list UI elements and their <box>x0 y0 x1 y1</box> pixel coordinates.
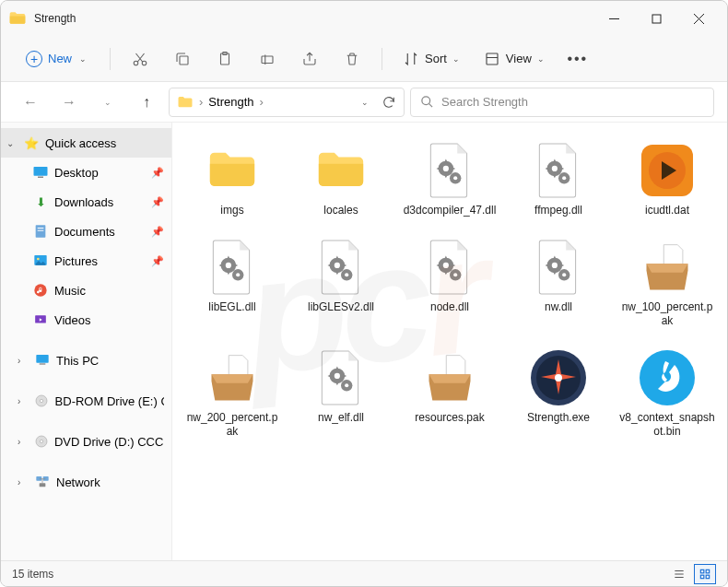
file-item[interactable]: Strength.exe <box>508 343 609 444</box>
pin-icon: 📌 <box>151 255 164 267</box>
dll-icon <box>418 238 481 297</box>
search-placeholder: Search Strength <box>441 95 528 109</box>
sidebar-item-label: This PC <box>56 354 99 368</box>
view-button[interactable]: View ⌄ <box>475 42 554 76</box>
back-button[interactable]: ← <box>14 86 47 119</box>
minimize-button[interactable] <box>593 4 635 33</box>
sidebar-downloads[interactable]: ⬇Downloads📌 <box>1 187 171 217</box>
svg-rect-64 <box>706 575 710 579</box>
dll-icon <box>527 238 590 297</box>
file-item[interactable]: imgs <box>182 135 283 223</box>
new-button[interactable]: + New ⌄ <box>14 44 99 74</box>
window-title: Strength <box>34 12 593 25</box>
svg-rect-62 <box>706 569 710 573</box>
details-view-button[interactable] <box>668 564 690 584</box>
svg-point-51 <box>552 263 558 268</box>
address-bar[interactable]: › Strength › ⌄ <box>169 88 405 117</box>
file-item[interactable]: nw_100_percent.pak <box>616 232 718 334</box>
sidebar-pictures[interactable]: Pictures📌 <box>1 246 171 276</box>
svg-rect-26 <box>40 483 46 487</box>
svg-point-52 <box>562 273 566 276</box>
sidebar-item-label: Pictures <box>54 254 98 268</box>
address-dropdown[interactable]: ⌄ <box>354 98 376 107</box>
more-button[interactable]: ••• <box>559 42 596 76</box>
close-button[interactable] <box>677 4 720 33</box>
search-icon <box>420 95 434 109</box>
file-item[interactable]: libEGL.dll <box>182 232 283 334</box>
status-bar: 15 items <box>1 560 727 586</box>
file-item[interactable]: v8_context_snapshot.bin <box>616 343 718 444</box>
large-icons-view-button[interactable] <box>694 564 716 584</box>
file-item[interactable]: icudtl.dat <box>616 135 718 223</box>
dll-icon <box>201 238 264 297</box>
svg-point-47 <box>443 263 449 268</box>
sidebar-quick-access[interactable]: ⌄ ⭐ Quick access <box>1 128 171 158</box>
download-icon: ⬇ <box>32 194 49 210</box>
file-item[interactable]: nw.dll <box>508 232 609 334</box>
file-item[interactable]: d3dcompiler_47.dll <box>399 135 500 223</box>
recent-button[interactable]: ⌄ <box>91 86 124 119</box>
documents-icon <box>32 223 49 240</box>
svg-rect-13 <box>38 230 44 231</box>
delete-button[interactable] <box>334 42 370 76</box>
folder-icon <box>177 94 194 111</box>
chevron-down-icon: ⌄ <box>537 54 545 64</box>
forward-button[interactable]: → <box>53 86 86 119</box>
refresh-icon[interactable] <box>382 95 396 110</box>
sort-button[interactable]: Sort ⌄ <box>393 42 469 76</box>
file-item[interactable]: locales <box>290 135 392 223</box>
disc-icon <box>33 433 49 450</box>
svg-rect-19 <box>40 363 46 364</box>
search-input[interactable]: Search Strength <box>410 88 714 117</box>
item-count: 15 items <box>12 568 53 581</box>
sidebar-item-label: Desktop <box>54 166 99 180</box>
file-label: ffmpeg.dll <box>534 204 582 217</box>
sidebar-dvd[interactable]: ›DVD Drive (D:) CCCC <box>1 427 171 456</box>
maximize-button[interactable] <box>635 4 677 33</box>
cut-button[interactable] <box>122 42 159 76</box>
share-button[interactable] <box>291 42 328 76</box>
sidebar-desktop[interactable]: Desktop📌 <box>1 158 171 187</box>
file-label: libGLESv2.dll <box>308 300 374 314</box>
svg-point-8 <box>422 97 430 105</box>
desktop-icon <box>32 164 49 181</box>
sidebar-videos[interactable]: Videos <box>1 305 171 335</box>
file-item[interactable]: libGLESv2.dll <box>290 232 392 334</box>
plus-icon: + <box>26 51 42 67</box>
file-label: nw.dll <box>545 300 572 314</box>
file-pane[interactable]: imgslocalesd3dcompiler_47.dllffmpeg.dlli… <box>172 123 727 560</box>
sidebar-network[interactable]: ›Network <box>1 467 171 497</box>
copy-button[interactable] <box>164 42 201 76</box>
file-item[interactable]: resources.pak <box>399 343 500 444</box>
file-item[interactable]: nw_elf.dll <box>290 343 392 444</box>
sidebar-documents[interactable]: Documents📌 <box>1 217 171 246</box>
sort-icon <box>403 51 419 67</box>
svg-rect-11 <box>36 225 46 237</box>
svg-point-29 <box>443 166 449 171</box>
svg-rect-18 <box>36 355 48 363</box>
pak-icon <box>636 238 699 297</box>
sidebar-bdrom[interactable]: ›BD-ROM Drive (E:) C <box>1 386 171 416</box>
chevron-right-icon: › <box>18 477 29 487</box>
sidebar-music[interactable]: Music <box>1 276 171 305</box>
svg-rect-0 <box>652 15 661 23</box>
dll-icon <box>310 348 372 407</box>
view-icon <box>484 51 500 67</box>
file-label: node.dll <box>430 300 469 314</box>
file-item[interactable]: node.dll <box>399 232 500 334</box>
up-button[interactable]: ↑ <box>130 86 163 119</box>
breadcrumb-sep: › <box>260 95 264 109</box>
file-item[interactable]: nw_200_percent.pak <box>182 343 283 444</box>
rename-button[interactable] <box>249 42 286 76</box>
new-label: New <box>48 52 72 65</box>
paste-button[interactable] <box>206 42 243 76</box>
sidebar-item-label: Downloads <box>54 195 113 209</box>
pak-icon <box>418 348 481 407</box>
sidebar-this-pc[interactable]: ›This PC <box>1 346 171 375</box>
folder-icon <box>8 9 27 28</box>
svg-rect-12 <box>38 228 44 229</box>
svg-point-48 <box>453 273 457 276</box>
svg-rect-9 <box>34 167 48 176</box>
breadcrumb-item[interactable]: Strength <box>208 95 253 109</box>
file-item[interactable]: ffmpeg.dll <box>508 135 609 223</box>
